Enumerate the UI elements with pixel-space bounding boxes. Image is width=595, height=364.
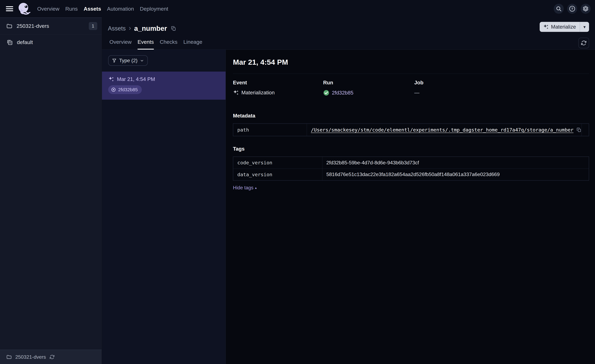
search-icon (556, 6, 562, 12)
event-type-value: Materialization (241, 90, 275, 96)
path-link[interactable]: /Users/smackesey/stm/code/elementl/exper… (311, 127, 574, 133)
hide-tags-label: Hide tags (233, 185, 253, 191)
gear-icon (582, 5, 589, 12)
tag-key: data_version (233, 168, 322, 181)
nav-item-assets[interactable]: Assets (84, 6, 101, 12)
run-status-ring-icon (111, 87, 116, 92)
copy-asset-name-button[interactable] (171, 26, 176, 31)
materialization-sparkle-icon (233, 90, 239, 96)
type-filter-button[interactable]: Type (2) (108, 55, 148, 66)
folder-icon (6, 354, 12, 360)
breadcrumb-assets-link[interactable]: Assets (108, 25, 126, 32)
event-filter-row: Type (2) (102, 50, 226, 71)
tab-events[interactable]: Events (138, 39, 154, 49)
materialize-button[interactable]: Materialize (540, 22, 580, 32)
metadata-action-cell (582, 124, 589, 136)
job-column-label: Job (414, 80, 589, 86)
event-list-panel: Type (2) (102, 50, 226, 364)
materialize-button-group: Materialize ▾ (540, 22, 589, 32)
event-column-label: Event (233, 80, 323, 86)
event-detail-title: Mar 21, 4:54 PM (233, 58, 589, 66)
chevron-down-icon (140, 59, 144, 63)
tags-table: code_version 2fd32b85-59be-4d7d-8d6e-943… (233, 157, 589, 181)
page-title: a_number (134, 25, 167, 32)
sidebar-item-label: default (17, 39, 33, 45)
caret-down-icon: ▾ (583, 24, 586, 29)
tab-lineage[interactable]: Lineage (183, 39, 202, 49)
sidebar-item-default[interactable]: default (0, 34, 102, 50)
sidebar-group-count-badge: 1 (89, 22, 97, 30)
events-content: Type (2) (102, 50, 595, 364)
event-list-item-selected[interactable]: Mar 21, 4:54 PM 2fd32b85 (102, 71, 226, 100)
sidebar-group-label: 250321-dvers (17, 23, 49, 29)
metadata-key: path (233, 124, 307, 136)
materialize-dropdown-button[interactable]: ▾ (580, 22, 589, 32)
table-row: path /Users/smackesey/stm/code/elementl/… (233, 124, 589, 136)
primary-nav: Overview Runs Assets Automation Deployme… (37, 6, 168, 12)
breadcrumb: Assets › a_number (108, 17, 589, 34)
table-row: data_version 5816d76e51c13dac22e3fa182a6… (233, 168, 589, 181)
settings-button[interactable] (581, 4, 591, 14)
code-location-footer[interactable]: 250321-dvers (0, 350, 102, 364)
asset-sidebar: 250321-dvers 1 default 250321-dvers (0, 17, 102, 364)
asset-group-icon (6, 39, 13, 45)
event-detail-panel: Mar 21, 4:54 PM Event Materializatio (226, 50, 595, 364)
event-run-id: 2fd32b85 (118, 87, 138, 92)
materialize-sparkle-icon (543, 24, 549, 30)
tab-checks[interactable]: Checks (160, 39, 177, 49)
help-button[interactable]: ? (567, 4, 577, 14)
hide-tags-toggle[interactable]: Hide tags ▴ (233, 185, 257, 191)
top-navigation-bar: Overview Runs Assets Automation Deployme… (0, 0, 595, 17)
run-column-label: Run (323, 80, 414, 86)
breadcrumb-chevron-icon: › (129, 25, 131, 32)
asset-tabs: Overview Events Checks Lineage (109, 39, 202, 49)
refresh-icon (581, 40, 587, 46)
hamburger-menu-icon[interactable] (6, 5, 13, 12)
metadata-table: path /Users/smackesey/stm/code/elementl/… (233, 123, 589, 136)
materialization-sparkle-icon (108, 76, 114, 82)
refresh-button[interactable] (578, 38, 589, 48)
type-filter-label: Type (2) (119, 58, 137, 63)
tag-key: code_version (233, 157, 322, 168)
filter-funnel-icon (112, 58, 117, 63)
table-row: code_version 2fd32b85-59be-4d7d-8d6e-943… (233, 157, 589, 168)
tab-overview[interactable]: Overview (109, 39, 132, 49)
event-run-badge: 2fd32b85 (108, 85, 142, 94)
run-success-check-icon (323, 90, 329, 96)
tag-value: 2fd32b85-59be-4d7d-8d6e-943b6b3d73cf (326, 160, 419, 165)
metadata-heading: Metadata (233, 113, 589, 119)
event-timestamp: Mar 21, 4:54 PM (117, 76, 155, 82)
nav-item-deployment[interactable]: Deployment (140, 6, 168, 12)
sidebar-item-group-250321-dvers[interactable]: 250321-dvers 1 (0, 18, 102, 34)
reload-location-icon[interactable] (50, 354, 55, 360)
nav-item-runs[interactable]: Runs (65, 6, 78, 12)
asset-page-header: Assets › a_number Materialize (102, 17, 595, 50)
caret-up-icon: ▴ (255, 186, 257, 190)
event-info-columns: Event Materialization Run (233, 80, 589, 96)
job-value: — (414, 90, 419, 96)
search-button[interactable] (554, 4, 564, 14)
nav-item-automation[interactable]: Automation (107, 6, 134, 12)
tags-heading: Tags (233, 146, 589, 152)
svg-text:?: ? (571, 7, 573, 11)
main-panel: Assets › a_number Materialize (102, 17, 595, 364)
materialize-button-label: Materialize (551, 24, 576, 30)
code-location-label: 250321-dvers (15, 354, 46, 360)
folder-icon (6, 23, 13, 29)
nav-item-overview[interactable]: Overview (37, 6, 59, 12)
tag-value: 5816d76e51c13dac22e3fa182a654aa2d526fb50… (326, 172, 500, 177)
dagster-logo[interactable] (17, 2, 31, 16)
copy-path-button[interactable] (576, 127, 581, 133)
run-id-link[interactable]: 2fd32b85 (332, 90, 354, 96)
help-icon: ? (569, 5, 576, 12)
